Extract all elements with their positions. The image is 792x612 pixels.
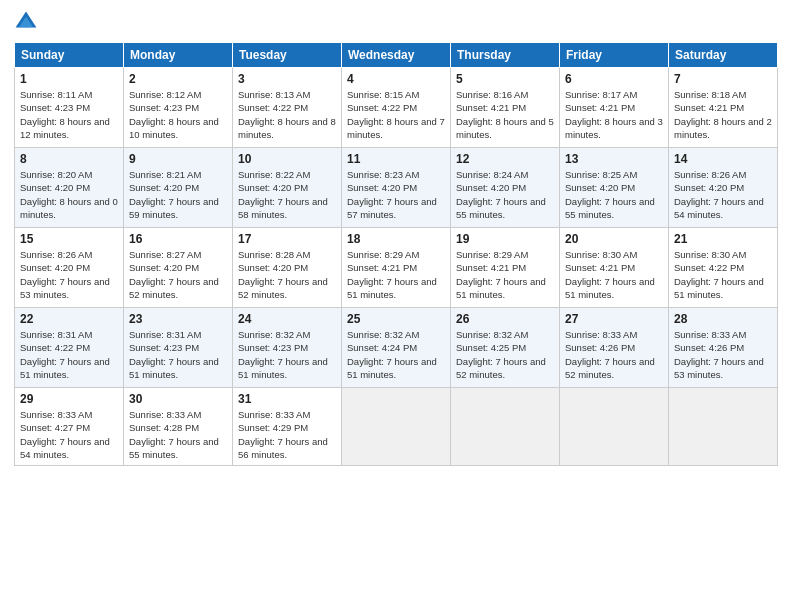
day-info: Sunrise: 8:31 AMSunset: 4:22 PMDaylight:… [20, 328, 118, 381]
day-number: 2 [129, 72, 227, 86]
day-number: 30 [129, 392, 227, 406]
day-info: Sunrise: 8:17 AMSunset: 4:21 PMDaylight:… [565, 88, 663, 141]
day-info: Sunrise: 8:29 AMSunset: 4:21 PMDaylight:… [347, 248, 445, 301]
calendar-cell: 24Sunrise: 8:32 AMSunset: 4:23 PMDayligh… [233, 308, 342, 388]
day-number: 9 [129, 152, 227, 166]
day-number: 22 [20, 312, 118, 326]
day-info: Sunrise: 8:25 AMSunset: 4:20 PMDaylight:… [565, 168, 663, 221]
day-number: 10 [238, 152, 336, 166]
day-number: 13 [565, 152, 663, 166]
day-info: Sunrise: 8:33 AMSunset: 4:26 PMDaylight:… [565, 328, 663, 381]
calendar-cell: 29Sunrise: 8:33 AMSunset: 4:27 PMDayligh… [15, 388, 124, 466]
col-header-thursday: Thursday [451, 43, 560, 68]
day-info: Sunrise: 8:27 AMSunset: 4:20 PMDaylight:… [129, 248, 227, 301]
day-number: 27 [565, 312, 663, 326]
calendar-cell: 27Sunrise: 8:33 AMSunset: 4:26 PMDayligh… [560, 308, 669, 388]
day-info: Sunrise: 8:11 AMSunset: 4:23 PMDaylight:… [20, 88, 118, 141]
calendar-cell: 30Sunrise: 8:33 AMSunset: 4:28 PMDayligh… [124, 388, 233, 466]
calendar-week-3: 22Sunrise: 8:31 AMSunset: 4:22 PMDayligh… [15, 308, 778, 388]
day-info: Sunrise: 8:20 AMSunset: 4:20 PMDaylight:… [20, 168, 118, 221]
day-number: 31 [238, 392, 336, 406]
calendar-cell: 15Sunrise: 8:26 AMSunset: 4:20 PMDayligh… [15, 228, 124, 308]
calendar-cell: 6Sunrise: 8:17 AMSunset: 4:21 PMDaylight… [560, 68, 669, 148]
calendar-cell [669, 388, 778, 466]
calendar-cell: 5Sunrise: 8:16 AMSunset: 4:21 PMDaylight… [451, 68, 560, 148]
calendar-cell: 25Sunrise: 8:32 AMSunset: 4:24 PMDayligh… [342, 308, 451, 388]
calendar-cell: 22Sunrise: 8:31 AMSunset: 4:22 PMDayligh… [15, 308, 124, 388]
calendar-cell: 2Sunrise: 8:12 AMSunset: 4:23 PMDaylight… [124, 68, 233, 148]
col-header-saturday: Saturday [669, 43, 778, 68]
day-number: 5 [456, 72, 554, 86]
header [14, 10, 778, 34]
calendar-cell: 3Sunrise: 8:13 AMSunset: 4:22 PMDaylight… [233, 68, 342, 148]
day-number: 18 [347, 232, 445, 246]
calendar-cell: 12Sunrise: 8:24 AMSunset: 4:20 PMDayligh… [451, 148, 560, 228]
col-header-sunday: Sunday [15, 43, 124, 68]
day-info: Sunrise: 8:33 AMSunset: 4:26 PMDaylight:… [674, 328, 772, 381]
day-info: Sunrise: 8:33 AMSunset: 4:28 PMDaylight:… [129, 408, 227, 461]
day-number: 11 [347, 152, 445, 166]
calendar-cell: 14Sunrise: 8:26 AMSunset: 4:20 PMDayligh… [669, 148, 778, 228]
calendar-cell: 10Sunrise: 8:22 AMSunset: 4:20 PMDayligh… [233, 148, 342, 228]
day-number: 6 [565, 72, 663, 86]
logo-icon [14, 10, 38, 34]
calendar: SundayMondayTuesdayWednesdayThursdayFrid… [14, 42, 778, 466]
day-info: Sunrise: 8:30 AMSunset: 4:22 PMDaylight:… [674, 248, 772, 301]
calendar-cell: 8Sunrise: 8:20 AMSunset: 4:20 PMDaylight… [15, 148, 124, 228]
calendar-cell: 16Sunrise: 8:27 AMSunset: 4:20 PMDayligh… [124, 228, 233, 308]
day-number: 17 [238, 232, 336, 246]
calendar-cell: 20Sunrise: 8:30 AMSunset: 4:21 PMDayligh… [560, 228, 669, 308]
day-info: Sunrise: 8:28 AMSunset: 4:20 PMDaylight:… [238, 248, 336, 301]
day-number: 23 [129, 312, 227, 326]
day-number: 25 [347, 312, 445, 326]
day-info: Sunrise: 8:32 AMSunset: 4:24 PMDaylight:… [347, 328, 445, 381]
day-info: Sunrise: 8:31 AMSunset: 4:23 PMDaylight:… [129, 328, 227, 381]
day-info: Sunrise: 8:12 AMSunset: 4:23 PMDaylight:… [129, 88, 227, 141]
logo [14, 10, 42, 34]
day-number: 26 [456, 312, 554, 326]
day-number: 14 [674, 152, 772, 166]
calendar-cell: 18Sunrise: 8:29 AMSunset: 4:21 PMDayligh… [342, 228, 451, 308]
day-info: Sunrise: 8:22 AMSunset: 4:20 PMDaylight:… [238, 168, 336, 221]
col-header-tuesday: Tuesday [233, 43, 342, 68]
day-info: Sunrise: 8:33 AMSunset: 4:27 PMDaylight:… [20, 408, 118, 461]
day-info: Sunrise: 8:30 AMSunset: 4:21 PMDaylight:… [565, 248, 663, 301]
day-info: Sunrise: 8:23 AMSunset: 4:20 PMDaylight:… [347, 168, 445, 221]
calendar-cell: 19Sunrise: 8:29 AMSunset: 4:21 PMDayligh… [451, 228, 560, 308]
page: SundayMondayTuesdayWednesdayThursdayFrid… [0, 0, 792, 612]
day-info: Sunrise: 8:15 AMSunset: 4:22 PMDaylight:… [347, 88, 445, 141]
calendar-cell: 17Sunrise: 8:28 AMSunset: 4:20 PMDayligh… [233, 228, 342, 308]
calendar-cell: 1Sunrise: 8:11 AMSunset: 4:23 PMDaylight… [15, 68, 124, 148]
day-number: 7 [674, 72, 772, 86]
day-number: 3 [238, 72, 336, 86]
day-number: 29 [20, 392, 118, 406]
day-number: 28 [674, 312, 772, 326]
day-info: Sunrise: 8:32 AMSunset: 4:23 PMDaylight:… [238, 328, 336, 381]
calendar-week-2: 15Sunrise: 8:26 AMSunset: 4:20 PMDayligh… [15, 228, 778, 308]
col-header-wednesday: Wednesday [342, 43, 451, 68]
calendar-week-4: 29Sunrise: 8:33 AMSunset: 4:27 PMDayligh… [15, 388, 778, 466]
col-header-monday: Monday [124, 43, 233, 68]
calendar-cell: 4Sunrise: 8:15 AMSunset: 4:22 PMDaylight… [342, 68, 451, 148]
day-number: 16 [129, 232, 227, 246]
day-number: 4 [347, 72, 445, 86]
calendar-cell: 13Sunrise: 8:25 AMSunset: 4:20 PMDayligh… [560, 148, 669, 228]
col-header-friday: Friday [560, 43, 669, 68]
day-info: Sunrise: 8:13 AMSunset: 4:22 PMDaylight:… [238, 88, 336, 141]
day-number: 20 [565, 232, 663, 246]
calendar-week-0: 1Sunrise: 8:11 AMSunset: 4:23 PMDaylight… [15, 68, 778, 148]
calendar-cell [342, 388, 451, 466]
day-info: Sunrise: 8:18 AMSunset: 4:21 PMDaylight:… [674, 88, 772, 141]
calendar-week-1: 8Sunrise: 8:20 AMSunset: 4:20 PMDaylight… [15, 148, 778, 228]
day-number: 19 [456, 232, 554, 246]
calendar-cell: 21Sunrise: 8:30 AMSunset: 4:22 PMDayligh… [669, 228, 778, 308]
calendar-cell [451, 388, 560, 466]
day-info: Sunrise: 8:26 AMSunset: 4:20 PMDaylight:… [20, 248, 118, 301]
day-number: 1 [20, 72, 118, 86]
day-info: Sunrise: 8:33 AMSunset: 4:29 PMDaylight:… [238, 408, 336, 461]
day-info: Sunrise: 8:24 AMSunset: 4:20 PMDaylight:… [456, 168, 554, 221]
day-info: Sunrise: 8:16 AMSunset: 4:21 PMDaylight:… [456, 88, 554, 141]
day-info: Sunrise: 8:32 AMSunset: 4:25 PMDaylight:… [456, 328, 554, 381]
day-number: 15 [20, 232, 118, 246]
calendar-cell: 28Sunrise: 8:33 AMSunset: 4:26 PMDayligh… [669, 308, 778, 388]
